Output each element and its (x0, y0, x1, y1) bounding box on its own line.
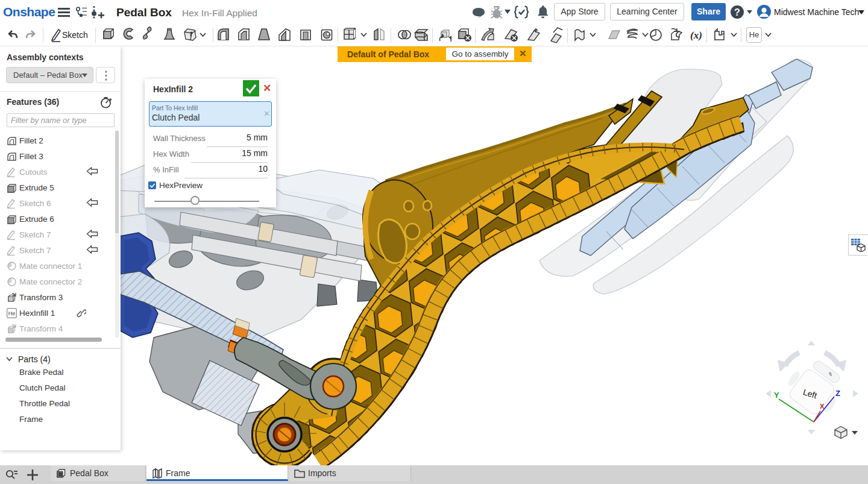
svg-text:X: X (820, 403, 825, 410)
svg-text:He: He (8, 310, 16, 316)
svg-text:(x): (x) (690, 30, 702, 41)
svg-text:Z: Z (835, 389, 840, 398)
svg-text:Y: Y (774, 391, 779, 400)
svg-text:?: ? (734, 7, 740, 17)
